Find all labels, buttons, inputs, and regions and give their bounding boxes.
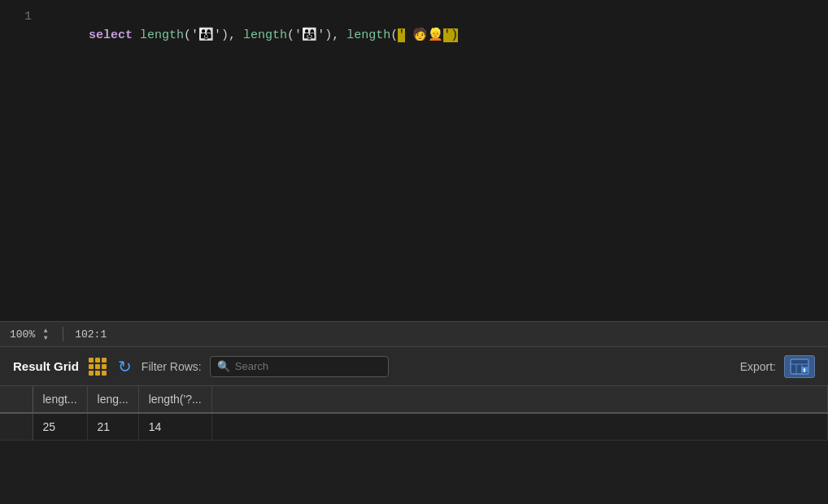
zoom-control[interactable]: 100% ▲ ▼ [10,327,51,341]
refresh-icon: ↻ [118,357,132,376]
code-content[interactable]: select length('👨‍👩‍👦'), length('👨‍👩‍👧'),… [45,8,458,63]
filter-rows-label: Filter Rows: [142,360,202,373]
zoom-spinner[interactable]: ▲ ▼ [40,327,51,341]
table-header-row: lengt... leng... length('?... [0,386,828,413]
highlight-paren: ' [398,28,405,42]
svg-text:⬆: ⬆ [802,367,807,373]
zoom-down-icon[interactable]: ▼ [40,334,51,341]
status-separator [63,327,63,341]
zoom-level: 100% [10,328,35,341]
status-bar: 100% ▲ ▼ 102:1 [0,321,828,347]
cell-col3[interactable]: 14 [138,413,211,441]
line-number-gutter: 1 [0,8,45,63]
result-table: lengt... leng... length('?... 25 21 14 [0,386,828,441]
result-grid-label: Result Grid [13,359,79,373]
result-table-area[interactable]: lengt... leng... length('?... 25 21 14 [0,386,828,504]
search-box[interactable]: 🔍 [210,356,389,377]
fn-length-3: length [346,28,390,42]
export-icon: ⬆ [790,358,809,375]
search-icon: 🔍 [217,360,230,373]
export-label: Export: [740,360,776,373]
search-input[interactable] [235,360,365,372]
zoom-up-icon[interactable]: ▲ [40,327,51,334]
header-col3[interactable]: length('?... [138,386,211,413]
cursor-position: 102:1 [75,328,107,341]
grid-icon [89,358,107,376]
bottom-panel: Result Grid ↻ Filter Rows: 🔍 Export: [0,347,828,504]
cell-col2[interactable]: 21 [87,413,138,441]
header-row-num [0,386,33,413]
fn-length-2: length [243,28,287,42]
cell-col1[interactable]: 25 [33,413,87,441]
fn-length-1: length [140,28,184,42]
table-row[interactable]: 25 21 14 [0,413,828,441]
row-number-cell [0,413,33,441]
cell-empty [211,413,827,441]
highlight-paren-close: ') [443,28,458,42]
code-editor[interactable]: 1 select length('👨‍👩‍👦'), length('👨‍👩‍👧'… [0,0,828,321]
header-col1[interactable]: lengt... [33,386,87,413]
header-col2[interactable]: leng... [87,386,138,413]
export-button[interactable]: ⬆ [784,355,815,378]
header-col4 [211,386,827,413]
grid-view-button[interactable] [87,356,108,377]
refresh-button[interactable]: ↻ [116,355,133,378]
keyword-select: select [89,28,133,42]
result-toolbar: Result Grid ↻ Filter Rows: 🔍 Export: [0,347,828,386]
